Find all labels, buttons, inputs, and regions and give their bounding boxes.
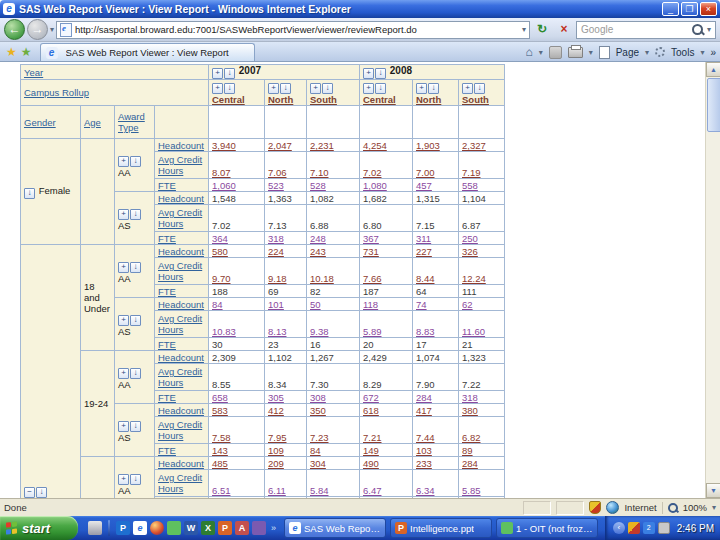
- data-cell[interactable]: 457: [413, 179, 459, 192]
- data-cell[interactable]: 318: [265, 232, 307, 245]
- favorites-star-icon[interactable]: ★: [6, 45, 17, 59]
- data-cell[interactable]: 9.18: [265, 258, 307, 285]
- drill-icon[interactable]: ↓: [24, 188, 35, 199]
- data-cell[interactable]: 1,060: [209, 179, 265, 192]
- plus-icon[interactable]: +: [118, 315, 129, 326]
- excel-icon[interactable]: X: [201, 521, 215, 535]
- data-cell[interactable]: 84: [209, 298, 265, 311]
- command-overflow-chevron[interactable]: »: [710, 47, 716, 58]
- tray-collapse-chevron[interactable]: ‹: [613, 522, 625, 534]
- plus-icon[interactable]: +: [118, 368, 129, 379]
- data-cell[interactable]: 7.02: [360, 152, 413, 179]
- data-cell[interactable]: 10.18: [307, 258, 360, 285]
- minus-icon[interactable]: −: [24, 487, 35, 498]
- data-cell[interactable]: 412: [265, 404, 307, 417]
- drill-icon[interactable]: ↓: [474, 83, 485, 94]
- data-cell[interactable]: 523: [265, 179, 307, 192]
- measure-label[interactable]: FTE: [158, 445, 176, 456]
- measure-label[interactable]: Headcount: [158, 458, 204, 469]
- taskbar-button-powerpoint[interactable]: P Intelligence.ppt: [390, 518, 492, 538]
- start-label[interactable]: start: [22, 521, 50, 536]
- campus-label[interactable]: North: [416, 94, 441, 105]
- data-cell[interactable]: 8.07: [209, 152, 265, 179]
- data-cell[interactable]: 284: [413, 391, 459, 404]
- data-cell[interactable]: 6.34: [413, 470, 459, 497]
- data-cell[interactable]: 149: [360, 444, 413, 457]
- data-cell[interactable]: 7.10: [307, 152, 360, 179]
- data-cell[interactable]: 7.66: [360, 258, 413, 285]
- data-cell[interactable]: 658: [209, 391, 265, 404]
- forward-button[interactable]: →: [27, 19, 48, 40]
- measure-label[interactable]: Avg Credit Hours: [158, 207, 202, 229]
- data-cell[interactable]: 350: [307, 404, 360, 417]
- tray-app-icon[interactable]: [628, 522, 640, 534]
- address-input[interactable]: http://sasportal.broward.edu:7001/SASWeb…: [56, 21, 530, 39]
- zoom-level[interactable]: 100%: [683, 502, 707, 513]
- data-cell[interactable]: 243: [307, 245, 360, 258]
- home-dropdown-icon[interactable]: ▾: [539, 48, 543, 57]
- show-desktop-icon[interactable]: [88, 521, 102, 535]
- tools-dropdown-icon[interactable]: ▾: [700, 48, 704, 57]
- feeds-icon[interactable]: [549, 46, 562, 59]
- data-cell[interactable]: 618: [360, 404, 413, 417]
- drill-icon[interactable]: ↓: [130, 368, 141, 379]
- plus-icon[interactable]: +: [118, 209, 129, 220]
- data-cell[interactable]: 6.51: [209, 470, 265, 497]
- purple-app-icon[interactable]: [252, 521, 266, 535]
- campus-label[interactable]: North: [268, 94, 293, 105]
- measure-label[interactable]: Headcount: [158, 299, 204, 310]
- measure-label[interactable]: FTE: [158, 180, 176, 191]
- data-cell[interactable]: 1,080: [360, 179, 413, 192]
- data-cell[interactable]: 2,231: [307, 139, 360, 152]
- drill-icon[interactable]: ↓: [130, 209, 141, 220]
- data-cell[interactable]: 417: [413, 404, 459, 417]
- data-cell[interactable]: 5.85: [459, 470, 505, 497]
- page-menu-label[interactable]: Page: [616, 47, 639, 58]
- tray-network-icon[interactable]: 2: [643, 522, 655, 534]
- drill-icon[interactable]: ↓: [130, 474, 141, 485]
- data-cell[interactable]: 672: [360, 391, 413, 404]
- plus-icon[interactable]: +: [212, 68, 223, 79]
- plus-icon[interactable]: +: [118, 474, 129, 485]
- taskbar-button-sas-report[interactable]: e SAS Web Report Vi...: [284, 518, 386, 538]
- measure-label[interactable]: Headcount: [158, 140, 204, 151]
- data-cell[interactable]: 209: [265, 457, 307, 470]
- search-input[interactable]: Google ▾: [576, 21, 716, 39]
- data-cell[interactable]: 62: [459, 298, 505, 311]
- app-icon-p[interactable]: P: [116, 521, 130, 535]
- plus-icon[interactable]: +: [118, 262, 129, 273]
- data-cell[interactable]: 7.58: [209, 417, 265, 444]
- data-cell[interactable]: 11.60: [459, 311, 505, 338]
- word-icon[interactable]: W: [184, 521, 198, 535]
- data-cell[interactable]: 7.95: [265, 417, 307, 444]
- data-cell[interactable]: 101: [265, 298, 307, 311]
- data-cell[interactable]: 528: [307, 179, 360, 192]
- plus-icon[interactable]: +: [268, 83, 279, 94]
- data-cell[interactable]: 7.06: [265, 152, 307, 179]
- plus-icon[interactable]: +: [363, 83, 374, 94]
- data-cell[interactable]: 308: [307, 391, 360, 404]
- plus-icon[interactable]: +: [212, 83, 223, 94]
- drill-icon[interactable]: ↓: [130, 315, 141, 326]
- measure-label[interactable]: Avg Credit Hours: [158, 419, 202, 441]
- data-cell[interactable]: 305: [265, 391, 307, 404]
- history-dropdown-icon[interactable]: ▾: [50, 25, 54, 34]
- plus-icon[interactable]: +: [462, 83, 473, 94]
- data-cell[interactable]: 50: [307, 298, 360, 311]
- search-icon[interactable]: [692, 24, 703, 35]
- home-icon[interactable]: ⌂: [525, 45, 532, 59]
- refresh-button[interactable]: ↻: [532, 20, 552, 40]
- drill-icon[interactable]: ↓: [375, 83, 386, 94]
- data-cell[interactable]: 143: [209, 444, 265, 457]
- search-dropdown-icon[interactable]: ▾: [707, 25, 711, 34]
- measure-label[interactable]: Avg Credit Hours: [158, 366, 202, 388]
- data-cell[interactable]: 7.00: [413, 152, 459, 179]
- add-favorite-icon[interactable]: ★: [21, 45, 32, 59]
- tab-title[interactable]: SAS Web Report Viewer : View Report: [66, 47, 229, 58]
- header-award-type-label[interactable]: Award Type: [118, 111, 145, 133]
- drill-icon[interactable]: ↓: [322, 83, 333, 94]
- header-gender-label[interactable]: Gender: [24, 117, 56, 128]
- tray-monitor-icon[interactable]: [658, 522, 670, 534]
- measure-label[interactable]: Headcount: [158, 246, 204, 257]
- drill-icon[interactable]: ↓: [36, 487, 47, 498]
